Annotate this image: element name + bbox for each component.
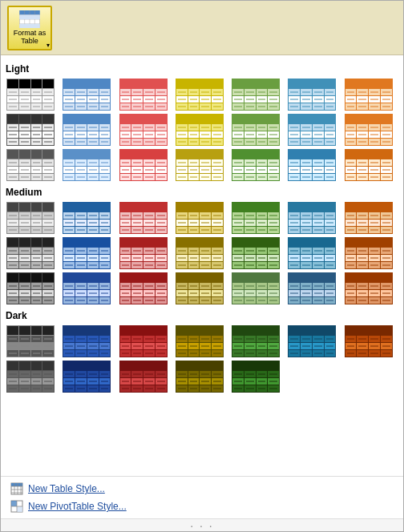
table-style-l2[interactable] — [62, 78, 111, 111]
table-style-l9[interactable] — [62, 113, 111, 147]
table-style-m1[interactable] — [6, 201, 55, 235]
table-style-l10[interactable] — [119, 113, 168, 147]
table-style-m11[interactable] — [175, 236, 224, 270]
bottom-handle: · · · — [1, 518, 403, 531]
new-table-style-icon — [10, 482, 23, 495]
table-style-m20[interactable] — [287, 272, 337, 305]
table-style-l1[interactable] — [6, 78, 55, 111]
table-style-m3[interactable] — [119, 201, 168, 235]
table-style-m15[interactable] — [6, 272, 55, 305]
svg-rect-9 — [19, 23, 39, 28]
format-as-table-button[interactable]: Format as Table ▾ — [7, 6, 52, 50]
format-table-panel: Format as Table ▾ LightMediumDark New Ta… — [0, 0, 404, 532]
style-grid-light — [6, 78, 398, 182]
table-style-l15[interactable] — [6, 148, 55, 182]
table-style-l14[interactable] — [344, 113, 394, 147]
new-table-style-button[interactable]: New Table Style... — [7, 480, 397, 498]
table-style-l6[interactable] — [287, 78, 337, 111]
table-style-l18[interactable] — [175, 148, 224, 182]
format-table-icon — [17, 10, 42, 28]
svg-rect-20 — [17, 506, 22, 512]
svg-rect-8 — [19, 14, 39, 19]
table-style-d2[interactable] — [62, 324, 111, 358]
new-pivot-style-label: New PivotTable Style... — [28, 501, 127, 512]
format-table-label: Format as Table — [12, 30, 47, 46]
svg-rect-19 — [11, 501, 17, 506]
table-style-l20[interactable] — [287, 148, 337, 182]
table-style-d10[interactable] — [119, 360, 168, 393]
style-grid-dark — [6, 324, 398, 393]
section-label-light: Light — [6, 63, 398, 75]
table-style-m9[interactable] — [62, 236, 111, 270]
style-grid-medium — [6, 201, 398, 305]
footer: New Table Style... New PivotTable Style.… — [1, 476, 403, 518]
table-style-l8[interactable] — [6, 113, 55, 147]
table-style-l19[interactable] — [231, 148, 281, 182]
table-style-l17[interactable] — [119, 148, 168, 182]
table-style-m7[interactable] — [344, 201, 394, 235]
table-style-l4[interactable] — [175, 78, 224, 111]
table-style-l12[interactable] — [231, 113, 281, 147]
table-style-m16[interactable] — [62, 272, 111, 305]
table-style-l3[interactable] — [119, 78, 168, 111]
table-style-m2[interactable] — [62, 201, 111, 235]
table-style-l21[interactable] — [344, 148, 394, 182]
new-pivot-style-button[interactable]: New PivotTable Style... — [7, 498, 397, 515]
toolbar: Format as Table ▾ — [1, 1, 403, 55]
table-style-d8[interactable] — [6, 360, 55, 393]
table-style-m5[interactable] — [231, 201, 281, 235]
table-style-d6[interactable] — [287, 324, 337, 358]
new-table-style-label: New Table Style... — [28, 483, 105, 494]
table-style-m12[interactable] — [231, 236, 281, 270]
section-label-medium: Medium — [6, 187, 398, 198]
table-style-d1[interactable] — [6, 324, 55, 358]
table-style-d5[interactable] — [231, 324, 281, 358]
table-style-l11[interactable] — [175, 113, 224, 147]
table-style-d4[interactable] — [175, 324, 224, 358]
table-style-d11[interactable] — [175, 360, 224, 393]
new-pivot-style-icon — [10, 500, 23, 513]
style-gallery[interactable]: LightMediumDark — [1, 55, 403, 476]
table-style-m17[interactable] — [119, 272, 168, 305]
table-style-l5[interactable] — [231, 78, 281, 111]
table-style-l7[interactable] — [344, 78, 394, 111]
table-style-m13[interactable] — [287, 236, 337, 270]
table-style-m10[interactable] — [119, 236, 168, 270]
table-style-m4[interactable] — [175, 201, 224, 235]
table-style-m14[interactable] — [344, 236, 394, 270]
dropdown-arrow: ▾ — [46, 42, 50, 49]
table-style-m8[interactable] — [6, 236, 55, 270]
table-style-d12[interactable] — [231, 360, 281, 393]
table-style-l16[interactable] — [62, 148, 111, 182]
table-style-l13[interactable] — [287, 113, 337, 147]
handle-dots: · · · — [190, 519, 213, 532]
table-style-d3[interactable] — [119, 324, 168, 358]
table-style-m6[interactable] — [287, 201, 337, 235]
section-label-dark: Dark — [6, 310, 398, 321]
table-style-d9[interactable] — [62, 360, 111, 393]
table-style-m19[interactable] — [231, 272, 281, 305]
table-style-m18[interactable] — [175, 272, 224, 305]
table-style-d7[interactable] — [344, 324, 394, 358]
table-style-m21[interactable] — [344, 272, 394, 305]
